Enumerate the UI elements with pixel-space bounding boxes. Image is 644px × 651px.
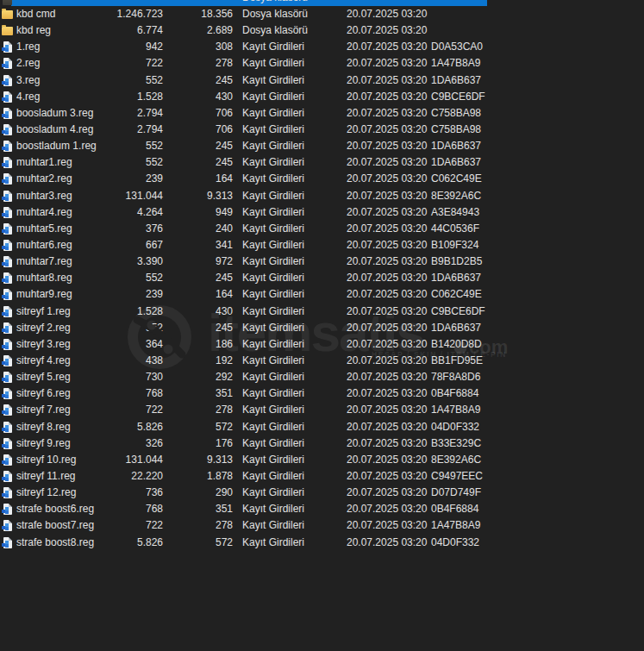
file-row[interactable]: muhtar1.reg 552 245 Kayıt Girdileri 20.0…: [0, 154, 644, 171]
file-row[interactable]: sitreyf 9.reg 326 176 Kayıt Girdileri 20…: [0, 435, 644, 452]
file-name: sitreyf 5.reg: [16, 369, 71, 385]
file-name: sitreyf 8.reg: [16, 419, 71, 435]
file-size: 552: [76, 138, 163, 154]
file-type: Kayıt Girdileri: [242, 89, 304, 105]
file-crc: C062C49E: [431, 171, 482, 187]
file-size: 364: [76, 336, 163, 353]
file-crc: D0A53CA0: [431, 39, 483, 55]
file-row[interactable]: sitreyf 10.reg 131.044 9.313 Kayıt Girdi…: [0, 452, 644, 468]
file-size: 438: [76, 353, 163, 369]
file-row[interactable]: kbd reg 6.774 2.689 Dosya klasörü 20.07.…: [0, 22, 644, 39]
file-crc: C9497EEC: [431, 468, 483, 485]
registry-file-icon: [3, 141, 12, 152]
file-name: muhtar3.reg: [16, 188, 72, 204]
file-packed-size: 1.878: [171, 468, 233, 485]
file-row[interactable]: muhtar2.reg 239 164 Kayıt Girdileri 20.0…: [0, 171, 644, 187]
file-crc: C758BA98: [431, 122, 481, 138]
file-row[interactable]: muhtar6.reg 667 341 Kayıt Girdileri 20.0…: [0, 237, 644, 254]
file-row[interactable]: muhtar8.reg 552 245 Kayıt Girdileri 20.0…: [0, 270, 644, 286]
registry-file-icon: [3, 289, 12, 300]
file-date: 20.07.2025 03:20: [347, 270, 427, 286]
file-crc: 1DA6B637: [431, 154, 481, 171]
registry-file-icon: [3, 191, 12, 202]
file-type: Kayıt Girdileri: [242, 385, 304, 402]
registry-file-icon: [3, 339, 12, 350]
file-row[interactable]: boosladum 3.reg 2.794 706 Kayıt Girdiler…: [0, 105, 644, 122]
file-type: Kayıt Girdileri: [242, 237, 304, 254]
file-name: sitreyf 4.reg: [16, 353, 71, 369]
file-name: sitreyf 6.reg: [16, 385, 71, 402]
file-type: Kayıt Girdileri: [242, 204, 304, 221]
file-name: 1.reg: [16, 39, 40, 55]
file-row[interactable]: kbd cmd 1.246.723 18.356 Dosya klasörü 2…: [0, 6, 644, 22]
file-type: Kayıt Girdileri: [242, 122, 304, 138]
file-type: Kayıt Girdileri: [242, 254, 304, 270]
registry-file-icon: [3, 322, 12, 334]
file-type: Kayıt Girdileri: [242, 154, 304, 171]
file-row[interactable]: sitreyf 2.reg 552 245 Kayıt Girdileri 20…: [0, 320, 644, 336]
file-row[interactable]: 4.reg 1.528 430 Kayıt Girdileri 20.07.20…: [0, 89, 644, 105]
file-row[interactable]: 2.reg 722 278 Kayıt Girdileri 20.07.2025…: [0, 55, 644, 72]
file-size: 552: [76, 270, 163, 286]
file-size: 239: [76, 286, 163, 303]
file-crc: 1A47B8A9: [431, 55, 480, 72]
file-packed-size: 9.313: [171, 188, 233, 204]
file-row[interactable]: strafe boost7.reg 722 278 Kayıt Girdiler…: [0, 517, 644, 534]
file-row[interactable]: sitreyf 4.reg 438 192 Kayıt Girdileri 20…: [0, 353, 644, 369]
file-size: 552: [76, 72, 163, 89]
file-row[interactable]: muhtar7.reg 3.390 972 Kayıt Girdileri 20…: [0, 254, 644, 270]
file-type: Kayıt Girdileri: [242, 517, 304, 534]
file-row[interactable]: strafe boost8.reg 5.826 572 Kayıt Girdil…: [0, 535, 644, 551]
file-date: 20.07.2025 03:20: [347, 122, 427, 138]
file-type: Kayıt Girdileri: [242, 435, 304, 452]
file-date: 20.07.2025 03:20: [347, 468, 427, 485]
file-date: 20.07.2025 03:20: [347, 171, 427, 187]
file-row[interactable]: strafe boost6.reg 768 351 Kayıt Girdiler…: [0, 501, 644, 517]
file-size: 326: [76, 435, 163, 452]
file-type: Dosya klasörü: [242, 6, 308, 22]
selected-row-partial[interactable]: Dosya klasörü: [0, 0, 644, 6]
file-name: 3.reg: [16, 72, 40, 89]
file-type: Kayıt Girdileri: [242, 452, 304, 468]
file-row[interactable]: sitreyf 7.reg 722 278 Kayıt Girdileri 20…: [0, 402, 644, 418]
file-date: 20.07.2025 03:20: [347, 435, 427, 452]
file-date: 20.07.2025 03:20: [347, 385, 427, 402]
file-size: 768: [76, 385, 163, 402]
file-row[interactable]: sitreyf 12.reg 736 290 Kayıt Girdileri 2…: [0, 485, 644, 501]
file-row[interactable]: sitreyf 1.reg 1.528 430 Kayıt Girdileri …: [0, 304, 644, 320]
file-date: 20.07.2025 03:20: [347, 154, 427, 171]
file-row[interactable]: sitreyf 6.reg 768 351 Kayıt Girdileri 20…: [0, 385, 644, 402]
file-date: 20.07.2025 03:20: [347, 336, 427, 353]
file-name: muhtar1.reg: [16, 154, 72, 171]
file-row[interactable]: muhtar3.reg 131.044 9.313 Kayıt Girdiler…: [0, 188, 644, 204]
file-row[interactable]: muhtar5.reg 376 240 Kayıt Girdileri 20.0…: [0, 221, 644, 237]
file-row[interactable]: sitreyf 3.reg 364 186 Kayıt Girdileri 20…: [0, 336, 644, 353]
file-date: 20.07.2025 03:20: [347, 138, 427, 154]
file-date: 20.07.2025 03:20: [347, 237, 427, 254]
file-row[interactable]: muhtar4.reg 4.264 949 Kayıt Girdileri 20…: [0, 204, 644, 221]
file-date: 20.07.2025 03:20: [347, 485, 427, 501]
file-date: 20.07.2025 03:20: [347, 221, 427, 237]
file-row[interactable]: muhtar9.reg 239 164 Kayıt Girdileri 20.0…: [0, 286, 644, 303]
file-row[interactable]: sitreyf 8.reg 5.826 572 Kayıt Girdileri …: [0, 419, 644, 435]
registry-file-icon: [3, 454, 12, 466]
file-row[interactable]: 3.reg 552 245 Kayıt Girdileri 20.07.2025…: [0, 72, 644, 89]
file-date: 20.07.2025 03:20: [347, 89, 427, 105]
file-packed-size: 176: [171, 435, 233, 452]
file-type: Kayıt Girdileri: [242, 320, 304, 336]
file-crc: B1420D8D: [431, 336, 482, 353]
file-type: Kayıt Girdileri: [242, 468, 304, 485]
file-row[interactable]: sitreyf 5.reg 730 292 Kayıt Girdileri 20…: [0, 369, 644, 385]
file-row[interactable]: 1.reg 942 308 Kayıt Girdileri 20.07.2025…: [0, 39, 644, 55]
file-name: kbd reg: [16, 22, 51, 39]
file-row[interactable]: boosladum 4.reg 2.794 706 Kayıt Girdiler…: [0, 122, 644, 138]
file-packed-size: 706: [171, 105, 233, 122]
file-row[interactable]: boostladum 1.reg 552 245 Kayıt Girdileri…: [0, 138, 644, 154]
file-packed-size: 9.313: [171, 452, 233, 468]
file-date: 20.07.2025 03:20: [347, 369, 427, 385]
file-row[interactable]: sitreyf 11.reg 22.220 1.878 Kayıt Girdil…: [0, 468, 644, 485]
file-packed-size: 245: [171, 154, 233, 171]
archive-file-list-pane: Dosya klasörü kbd cmd 1.246.723 18.356 D…: [0, 0, 644, 651]
file-type: Kayıt Girdileri: [242, 171, 304, 187]
file-date: 20.07.2025 03:20: [347, 55, 427, 72]
